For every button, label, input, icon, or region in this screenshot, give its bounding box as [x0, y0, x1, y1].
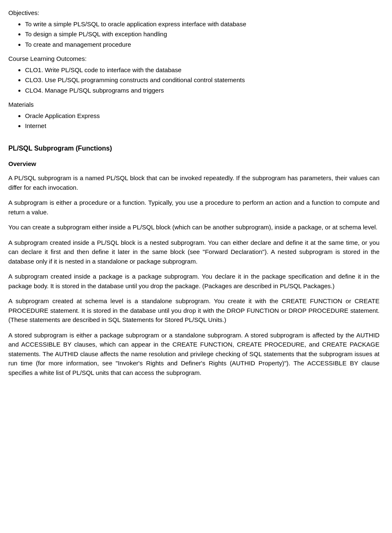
- list-item: To create and management procedure: [25, 40, 379, 50]
- clo-list: CLO1. Write PL/SQL code to interface wit…: [25, 65, 379, 96]
- paragraph: A subprogram created inside a package is…: [8, 272, 379, 291]
- materials-section: Materials Oracle Application ExpressInte…: [8, 100, 379, 131]
- objectives-section: Objectives: To write a simple PLS/SQL to…: [8, 8, 379, 49]
- paragraph: A subprogram created inside a PL/SQL blo…: [8, 238, 379, 266]
- paragraph: A stored subprogram is either a package …: [8, 331, 379, 378]
- materials-label: Materials: [8, 100, 379, 110]
- clo-section: Course Learning Outcomes: CLO1. Write PL…: [8, 54, 379, 95]
- objectives-label: Objectives:: [8, 8, 379, 18]
- materials-list: Oracle Application ExpressInternet: [25, 111, 379, 131]
- paragraphs-container: A PL/SQL subprogram is a named PL/SQL bl…: [8, 173, 379, 377]
- list-item: CLO3. Use PL/SQL programming constructs …: [25, 75, 379, 85]
- list-item: CLO1. Write PL/SQL code to interface wit…: [25, 65, 379, 75]
- list-item: Internet: [25, 121, 379, 131]
- main-heading: PL/SQL Subprogram (Functions): [8, 143, 379, 153]
- clo-label: Course Learning Outcomes:: [8, 54, 379, 64]
- list-item: To design a simple PL/SQL with exception…: [25, 30, 379, 39]
- list-item: Oracle Application Express: [25, 111, 379, 121]
- list-item: To write a simple PLS/SQL to oracle appl…: [25, 20, 379, 29]
- list-item: CLO4. Manage PL/SQL subprograms and trig…: [25, 86, 379, 96]
- paragraph: A subprogram created at schema level is …: [8, 297, 379, 325]
- objectives-list: To write a simple PLS/SQL to oracle appl…: [25, 20, 379, 50]
- paragraph: You can create a subprogram either insid…: [8, 223, 379, 232]
- overview-heading: Overview: [8, 159, 379, 169]
- paragraph: A PL/SQL subprogram is a named PL/SQL bl…: [8, 173, 379, 192]
- paragraph: A subprogram is either a procedure or a …: [8, 198, 379, 217]
